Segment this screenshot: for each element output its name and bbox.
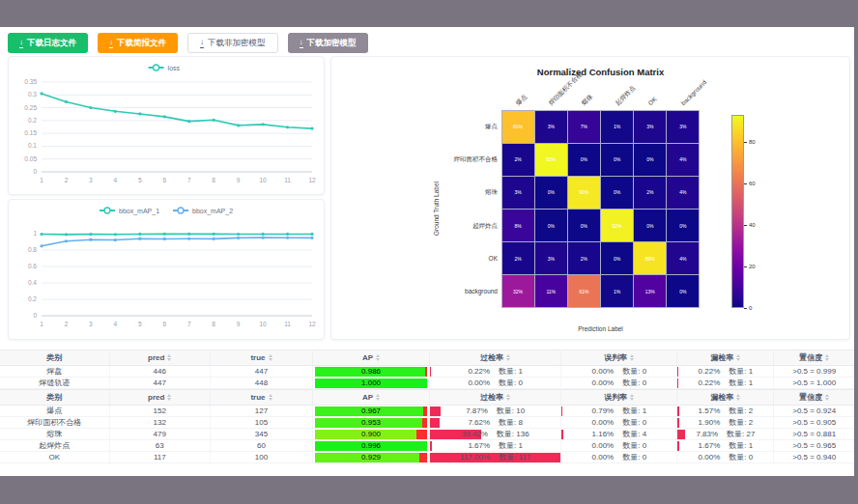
data-point: [187, 238, 190, 240]
matrix-cell: 0%: [601, 144, 633, 176]
matrix-cell: 4%: [667, 144, 699, 176]
y-tick-label: 0.2: [28, 295, 37, 302]
y-tick-label: 0.4: [28, 279, 37, 286]
sort-icon[interactable]: [736, 394, 740, 401]
column-header-2[interactable]: true: [210, 390, 312, 406]
column-header-5[interactable]: 误判率: [561, 350, 677, 366]
column-header-label: 置信度: [799, 353, 822, 362]
column-header-6[interactable]: 漏检率: [677, 390, 774, 406]
x-tick-label: 2: [65, 177, 69, 183]
rate-count: 数量: 10: [497, 406, 525, 415]
sort-icon[interactable]: [269, 394, 272, 401]
data-point: [237, 124, 240, 126]
matrix-cell: 7%: [568, 111, 600, 143]
download-report-button[interactable]: ↓ 下载简报文件: [98, 33, 178, 53]
column-header-7[interactable]: 置信度: [774, 390, 854, 406]
matrix-cell: 90%: [568, 177, 600, 209]
colorbar: [731, 115, 744, 308]
matrix-cell: 3%: [535, 111, 567, 143]
matrix-cell: 0%: [535, 210, 567, 241]
toolbar: ↓ 下载日志文件 ↓ 下载简报文件 ↓ 下载非加密模型 ↓ 下载加密模型: [8, 33, 368, 53]
confidence-cell: >0.5 = 0.965: [774, 440, 854, 452]
rate-value: 7.62%: [468, 418, 490, 427]
column-header-3[interactable]: AP: [313, 350, 430, 366]
column-header-1[interactable]: pred: [109, 390, 210, 406]
ap-value: 0.953: [315, 418, 427, 428]
sort-icon[interactable]: [269, 354, 272, 361]
colorbar-tick-label: 60: [749, 181, 756, 186]
column-header-6[interactable]: 漏检率: [677, 350, 774, 366]
column-header-5[interactable]: 误判率: [561, 390, 677, 406]
matrix-cell: 0%: [601, 177, 633, 209]
matrix-cell: 2%: [634, 177, 666, 209]
data-point: [310, 126, 313, 129]
series-loss: [40, 92, 313, 129]
sort-icon[interactable]: [825, 354, 829, 361]
legend-item-loss[interactable]: loss: [149, 65, 181, 71]
column-header-3[interactable]: AP: [313, 390, 430, 406]
sort-icon[interactable]: [825, 394, 829, 401]
matrix-cell: 2%: [568, 242, 600, 274]
sort-icon[interactable]: [630, 354, 634, 361]
matrix-cell: 11%: [535, 275, 567, 307]
matrix-cell: 81%: [502, 111, 534, 143]
legend-marker-icon: [104, 208, 110, 213]
sort-icon[interactable]: [506, 354, 510, 361]
column-header-4[interactable]: 过检率: [430, 390, 561, 406]
confusion-matrix-card: Normalized Confusion Matrix Ground Truth…: [330, 56, 850, 340]
rate-value: 0.00%: [592, 378, 615, 387]
sort-icon[interactable]: [167, 354, 171, 361]
y-tick-label: 0.8: [28, 246, 37, 253]
pred-cell: 132: [109, 417, 210, 429]
column-header-1[interactable]: pred: [109, 350, 210, 366]
y-tick-label: 0.6: [28, 263, 37, 269]
sort-icon[interactable]: [506, 394, 510, 401]
column-header-4[interactable]: 过检率: [430, 350, 561, 366]
column-header-label: 过检率: [480, 393, 503, 402]
column-header-label: 置信度: [799, 393, 822, 402]
sort-icon[interactable]: [630, 394, 634, 401]
legend-label: bbox_mAP_2: [192, 208, 233, 215]
series-bbox_mAP_1: [40, 233, 313, 237]
rate-value: 0.22%: [699, 367, 721, 376]
data-point: [213, 233, 215, 236]
data-point: [65, 100, 68, 103]
colorbar-tick-label: 80: [749, 139, 756, 145]
table-row: 熔珠4793450.90039.42%数量: 1361.16%数量: 47.83…: [0, 429, 854, 440]
sort-icon[interactable]: [736, 354, 740, 361]
sort-icon[interactable]: [376, 394, 380, 401]
ap-bar: 1.000: [315, 378, 427, 388]
true-cell: 345: [210, 429, 312, 440]
column-header-label: pred: [148, 393, 164, 402]
sort-icon[interactable]: [167, 394, 171, 401]
matrix-cell: 32%: [502, 275, 534, 307]
confidence-cell: >0.5 = 1.000: [774, 378, 854, 389]
data-point: [286, 237, 289, 239]
column-header-7[interactable]: 置信度: [774, 350, 854, 366]
column-header-label: 误判率: [604, 393, 627, 402]
series-line: [42, 238, 312, 246]
ap-cell: 0.900: [313, 429, 430, 440]
column-header-2[interactable]: true: [210, 350, 312, 366]
download-unencrypted-model-button[interactable]: ↓ 下载非加密模型: [187, 33, 278, 53]
rate-value: 0.00%: [592, 441, 615, 450]
legend-item-bbox_mAP_2[interactable]: bbox_mAP_2: [173, 208, 233, 215]
data-point: [213, 238, 215, 240]
class-cell: 熔珠: [0, 429, 109, 440]
confusion-matrix-title: Normalized Confusion Matrix: [501, 67, 700, 77]
legend-item-bbox_mAP_1[interactable]: bbox_mAP_1: [100, 208, 159, 215]
defect-metrics-table: 类别predtrueAP过检率误判率漏检率置信度爆点1521270.9677.8…: [0, 389, 854, 463]
table-row: 起焊炸点63600.9961.67%数量: 10.00%数量: 01.67%数量…: [0, 440, 854, 452]
matrix-cell: 3%: [667, 111, 699, 143]
map-chart-card: 00.20.40.60.81123456789101112bbox_mAP_1b…: [8, 199, 325, 340]
metrics-tables: 类别predtrueAP过检率误判率漏检率置信度焊盘4464470.9860.2…: [0, 350, 854, 463]
rate-count: 数量: 0: [622, 453, 646, 462]
rate-count: 数量: 0: [729, 453, 753, 462]
rate-count: 数量: 8: [499, 418, 523, 427]
download-encrypted-model-button[interactable]: ↓ 下载加密模型: [288, 33, 368, 53]
pred-cell: 447: [109, 378, 210, 389]
download-log-button[interactable]: ↓ 下载日志文件: [8, 33, 88, 53]
sort-icon[interactable]: [376, 354, 380, 361]
miss-rate-cell: 7.83%数量: 27: [677, 429, 774, 440]
pred-cell: 446: [109, 366, 210, 378]
